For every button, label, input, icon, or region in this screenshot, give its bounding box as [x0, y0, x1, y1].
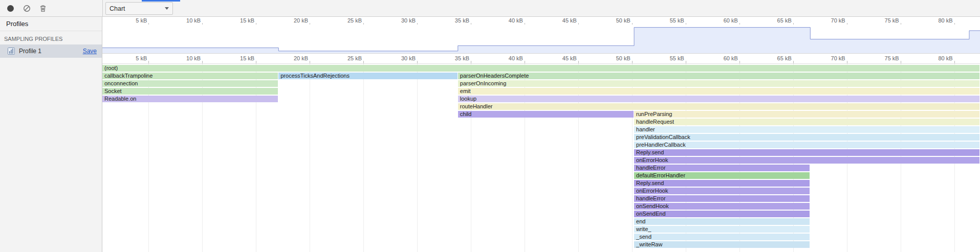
- overview-timeline[interactable]: [102, 25, 980, 54]
- flame-frame[interactable]: callbackTrampoline: [102, 73, 278, 79]
- delete-profile-button[interactable]: [35, 1, 51, 15]
- ruler-tick-label: 40 kB: [494, 55, 523, 61]
- profiler-toolbar: Chart: [0, 0, 980, 17]
- sampling-profiles-section-header[interactable]: SAMPLING PROFILES: [0, 31, 102, 44]
- ruler-tick-label: 55 kB: [656, 17, 684, 24]
- flame-frame[interactable]: onErrorHook: [634, 188, 810, 194]
- record-button[interactable]: [2, 1, 18, 15]
- flame-chart[interactable]: (root)callbackTrampolineprocessTicksAndR…: [102, 64, 980, 252]
- ruler-tick-mark: [310, 61, 310, 63]
- ruler-tick-label: 10 kB: [172, 55, 201, 61]
- ruler-tick-label: 15 kB: [226, 17, 254, 24]
- flame-frame[interactable]: end: [634, 218, 810, 225]
- ruler-tick-mark: [901, 61, 901, 63]
- flame-frame[interactable]: Reply.send: [634, 180, 810, 187]
- chart-view-select[interactable]: Chart: [105, 2, 173, 15]
- ruler-tick-mark: [954, 61, 955, 63]
- profile-name: Profile 1: [19, 48, 83, 55]
- flame-frame[interactable]: handleRequest: [634, 119, 979, 125]
- ruler-tick-label: 75 kB: [870, 55, 899, 61]
- ruler-tick-label: 45 kB: [548, 17, 577, 24]
- ruler-tick-label: 30 kB: [387, 55, 416, 61]
- flame-frame[interactable]: parserOnHeadersComplete: [458, 73, 979, 79]
- flame-frame[interactable]: lookup: [458, 96, 979, 102]
- ruler-tick-mark: [417, 61, 418, 63]
- save-profile-link[interactable]: Save: [83, 48, 97, 55]
- flame-frame[interactable]: onSendHook: [634, 203, 810, 210]
- ruler-tick-mark: [793, 61, 794, 63]
- ruler-tick-mark: [202, 61, 203, 63]
- ruler-tick-label: 65 kB: [763, 55, 792, 61]
- memory-ruler-top: 5 kB10 kB15 kB20 kB25 kB30 kB35 kB40 kB4…: [102, 17, 980, 25]
- ruler-tick-label: 20 kB: [279, 17, 308, 24]
- ruler-tick-mark: [578, 61, 579, 63]
- flame-frame[interactable]: write_: [634, 226, 810, 233]
- clear-all-button[interactable]: [18, 1, 35, 15]
- ruler-tick-label: 65 kB: [763, 17, 792, 24]
- chevron-down-icon: [165, 7, 169, 10]
- flame-frame[interactable]: runPreParsing: [634, 111, 979, 118]
- flame-frame[interactable]: Socket: [102, 88, 278, 95]
- overview-graph: [102, 25, 980, 53]
- ruler-tick-mark: [525, 61, 525, 63]
- flame-chart-pane: 5 kB10 kB15 kB20 kB25 kB30 kB35 kB40 kB4…: [102, 17, 980, 252]
- ruler-tick-mark: [471, 61, 471, 63]
- ruler-tick-mark: [847, 61, 847, 63]
- ruler-tick-mark: [148, 61, 149, 63]
- ruler-tick-label: 40 kB: [494, 17, 523, 24]
- ruler-tick-label: 80 kB: [924, 55, 953, 61]
- flame-frame[interactable]: onErrorHook: [634, 157, 979, 164]
- gridline: [310, 64, 310, 252]
- ruler-tick-label: 5 kB: [118, 55, 147, 61]
- record-icon: [7, 5, 14, 12]
- flame-frame[interactable]: _send: [634, 234, 810, 240]
- flame-frame[interactable]: Readable.on: [102, 96, 278, 102]
- ruler-tick-label: 25 kB: [333, 17, 362, 24]
- flame-frame[interactable]: handler: [634, 126, 979, 133]
- sidebar-item-profile-1[interactable]: Profile 1 Save: [0, 44, 102, 58]
- flame-frame[interactable]: preValidationCallback: [634, 134, 979, 141]
- flame-frame[interactable]: handleError: [634, 165, 810, 171]
- ruler-tick-label: 5 kB: [118, 17, 147, 24]
- ruler-tick-label: 70 kB: [817, 17, 845, 24]
- toolbar-separator: [102, 0, 103, 16]
- clear-icon: [23, 5, 31, 12]
- memory-profiler-panel: Chart Profiles SAMPLING PROFILES Profile…: [0, 0, 980, 252]
- ruler-tick-label: 45 kB: [548, 55, 577, 61]
- profile-icon: [7, 47, 15, 55]
- ruler-tick-label: 25 kB: [333, 55, 362, 61]
- flame-frame[interactable]: onconnection: [102, 80, 278, 87]
- flame-frame[interactable]: onSendEnd: [634, 211, 810, 217]
- flame-frame[interactable]: processTicksAndRejections: [278, 73, 458, 79]
- flame-frame[interactable]: handleError: [634, 195, 810, 202]
- sidebar-title: Profiles: [0, 17, 102, 31]
- flame-frame[interactable]: routeHandler: [458, 103, 979, 110]
- flame-frame[interactable]: emit: [458, 88, 979, 95]
- ruler-tick-mark: [686, 61, 686, 63]
- chart-view-select-value: Chart: [110, 5, 125, 12]
- ruler-tick-label: 50 kB: [602, 17, 630, 24]
- ruler-tick-label: 35 kB: [441, 17, 469, 24]
- flame-frame[interactable]: defaultErrorHandler: [634, 172, 810, 179]
- flame-frame[interactable]: preHandlerCallback: [634, 142, 979, 148]
- ruler-tick-mark: [363, 61, 364, 63]
- ruler-tick-label: 10 kB: [172, 17, 201, 24]
- ruler-tick-label: 35 kB: [441, 55, 469, 61]
- profiles-sidebar: Profiles SAMPLING PROFILES Profile 1 Sav…: [0, 17, 102, 252]
- ruler-tick-mark: [739, 61, 740, 63]
- ruler-tick-label: 60 kB: [709, 55, 738, 61]
- ruler-tick-label: 80 kB: [924, 17, 953, 24]
- ruler-tick-label: 70 kB: [817, 55, 845, 61]
- flame-frame[interactable]: (root): [102, 65, 979, 72]
- gridline: [417, 64, 418, 252]
- trash-icon: [39, 5, 47, 12]
- flame-frame[interactable]: _writeRaw: [634, 241, 810, 248]
- ruler-tick-label: 75 kB: [870, 17, 899, 24]
- gridline: [363, 64, 364, 252]
- ruler-tick-label: 15 kB: [226, 55, 254, 61]
- flame-frame[interactable]: parserOnIncoming: [458, 80, 979, 87]
- flame-frame[interactable]: child: [458, 111, 634, 118]
- ruler-tick-label: 20 kB: [279, 55, 308, 61]
- ruler-tick-label: 50 kB: [602, 55, 630, 61]
- flame-frame[interactable]: Reply.send: [634, 149, 979, 156]
